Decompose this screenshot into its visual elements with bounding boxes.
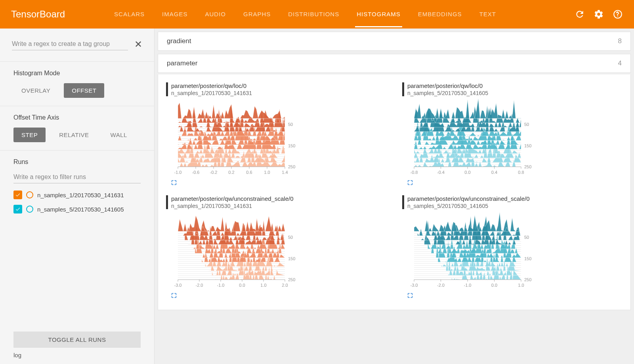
svg-text:-0.2: -0.2 [210,170,218,175]
expand-icon[interactable] [407,179,413,187]
svg-text:1.0: 1.0 [264,170,270,175]
tag-filter-input[interactable] [12,38,128,50]
svg-text:-0.4: -0.4 [437,170,445,175]
histogram-chart: 50150250-1.0-0.6-0.20.20.61.01.4 [166,99,309,178]
svg-text:150: 150 [288,143,295,148]
histogram-mode-section: Histogram Mode OVERLAY OFFSET [0,61,154,106]
offset-axis-title: Offset Time Axis [13,114,141,121]
runs-title: Runs [13,158,141,166]
svg-text:250: 250 [288,164,295,169]
chart-title: parameter/posterior/qw/loc/0 [171,82,252,89]
header-icons [575,9,623,19]
svg-text:250: 250 [288,277,295,282]
chart-title: parameter/posterior/qw/unconstrained_sca… [407,195,530,202]
tag-filter-row: ✕ [0,38,154,53]
chart-subtitle: n_samples_5/20170530_141605 [407,90,488,96]
svg-text:-3.0: -3.0 [174,283,182,288]
svg-text:0.8: 0.8 [518,170,524,175]
chart-title: parameter/posterior/qw/unconstrained_sca… [171,195,294,202]
svg-text:1.0: 1.0 [518,283,524,288]
histogram-chart: 50150250-3.0-2.0-1.00.01.0 [402,212,545,291]
run-checkbox[interactable] [13,191,22,199]
tab-images[interactable]: IMAGES [160,1,189,27]
run-color-ring[interactable] [26,191,33,198]
log-label: log [0,352,154,364]
run-name: n_samples_1/20170530_141631 [37,192,124,198]
content-area: gradient 8 parameter 4 parameter/posteri… [155,29,634,364]
svg-text:50: 50 [288,235,293,240]
category-parameter[interactable]: parameter 4 [158,54,631,73]
run-row: n_samples_1/20170530_141631 [13,191,141,199]
svg-text:-3.0: -3.0 [411,283,418,288]
category-gradient[interactable]: gradient 8 [158,32,631,51]
offset-button[interactable]: OFFSET [64,83,104,98]
overlay-button[interactable]: OVERLAY [13,83,58,98]
expand-icon[interactable] [171,292,177,300]
svg-text:-1.0: -1.0 [174,170,182,175]
app-header: TensorBoard SCALARS IMAGES AUDIO GRAPHS … [0,0,634,29]
svg-text:1.0: 1.0 [260,283,266,288]
gear-icon[interactable] [594,9,604,19]
chart-cell: parameter/posterior/qw/loc/0 n_samples_5… [402,79,623,189]
runs-filter-input[interactable] [13,171,141,183]
chart-grid: parameter/posterior/qw/loc/0 n_samples_1… [158,74,631,310]
chart-cell: parameter/posterior/qw/loc/0 n_samples_1… [166,79,386,189]
runs-section: Runs n_samples_1/20170530_141631 n_sampl… [0,150,154,227]
svg-text:0.0: 0.0 [239,283,245,288]
relative-button[interactable]: RELATIVE [51,128,97,142]
help-icon[interactable] [613,9,623,19]
chart-subtitle: n_samples_1/20170530_141631 [171,90,252,96]
svg-text:0.6: 0.6 [246,170,252,175]
app-logo: TensorBoard [11,9,65,20]
category-name: parameter [167,59,197,67]
svg-text:150: 150 [288,256,295,261]
category-count: 8 [618,37,622,45]
tab-distributions[interactable]: DISTRIBUTIONS [286,1,341,27]
tab-scalars[interactable]: SCALARS [113,1,146,27]
clear-filter-icon[interactable]: ✕ [134,39,142,50]
expand-icon[interactable] [171,179,177,187]
toggle-all-runs-button[interactable]: TOGGLE ALL RUNS [13,332,141,348]
svg-text:-2.0: -2.0 [196,283,203,288]
main-layout: ✕ Histogram Mode OVERLAY OFFSET Offset T… [0,29,634,364]
svg-text:150: 150 [524,143,531,148]
svg-text:2.0: 2.0 [282,283,288,288]
chart-subtitle: n_samples_5/20170530_141605 [407,203,530,209]
chart-cell: parameter/posterior/qw/unconstrained_sca… [166,192,386,302]
svg-text:-2.0: -2.0 [437,283,445,288]
run-checkbox[interactable] [13,205,22,213]
svg-text:0.0: 0.0 [491,283,497,288]
tab-audio[interactable]: AUDIO [203,1,227,27]
chart-subtitle: n_samples_1/20170530_141631 [171,203,294,209]
svg-text:-1.0: -1.0 [217,283,225,288]
svg-text:-1.0: -1.0 [464,283,472,288]
svg-text:50: 50 [524,235,529,240]
refresh-icon[interactable] [575,9,585,19]
svg-text:-0.6: -0.6 [192,170,200,175]
svg-text:1.4: 1.4 [282,170,288,175]
offset-axis-section: Offset Time Axis STEP RELATIVE WALL [0,106,154,150]
run-row: n_samples_5/20170530_141605 [13,205,141,213]
tab-graphs[interactable]: GRAPHS [242,1,272,27]
tab-embeddings[interactable]: EMBEDDINGS [416,1,464,27]
chart-cell: parameter/posterior/qw/unconstrained_sca… [402,192,623,302]
category-name: gradient [167,37,191,45]
svg-text:-0.8: -0.8 [411,170,418,175]
expand-icon[interactable] [407,292,413,300]
tab-text[interactable]: TEXT [478,1,498,27]
svg-text:0.2: 0.2 [228,170,234,175]
step-button[interactable]: STEP [13,128,46,142]
chart-title: parameter/posterior/qw/loc/0 [407,82,488,89]
sidebar: ✕ Histogram Mode OVERLAY OFFSET Offset T… [0,29,155,364]
category-count: 4 [618,59,622,67]
nav-tabs: SCALARS IMAGES AUDIO GRAPHS DISTRIBUTION… [113,1,575,27]
tab-histograms[interactable]: HISTOGRAMS [355,1,402,27]
svg-text:150: 150 [524,256,531,261]
histogram-chart: 50150250-0.8-0.40.00.40.8 [402,99,545,178]
wall-button[interactable]: WALL [103,128,135,142]
run-color-ring[interactable] [26,206,33,213]
svg-text:250: 250 [524,277,531,282]
run-name: n_samples_5/20170530_141605 [37,206,124,213]
svg-text:0.0: 0.0 [464,170,470,175]
svg-text:50: 50 [524,122,529,127]
